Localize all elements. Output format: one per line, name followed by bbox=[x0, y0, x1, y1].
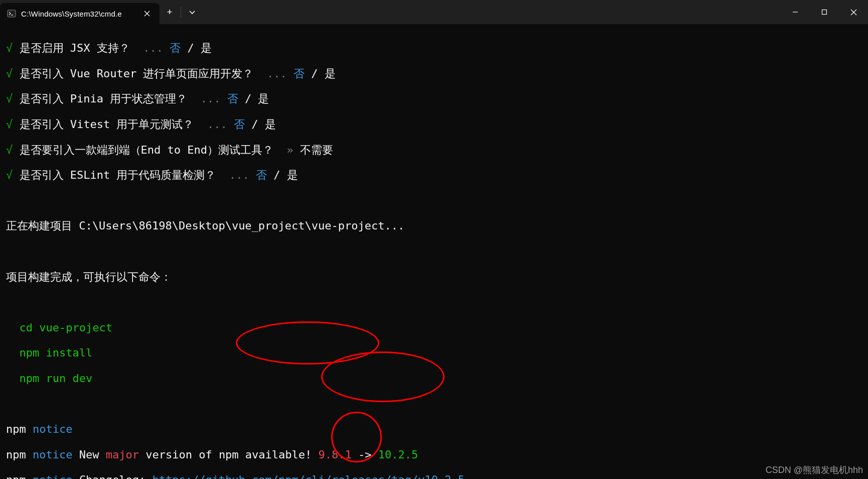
minimize-button[interactable] bbox=[781, 0, 810, 24]
suggested-cmd: npm run dev bbox=[6, 372, 862, 385]
check-icon: √ bbox=[6, 92, 13, 105]
npm-label: npm bbox=[6, 423, 26, 435]
answer-no: 否 bbox=[227, 92, 238, 105]
new-tab-button[interactable]: + bbox=[160, 0, 180, 24]
answer-no: 否 bbox=[170, 42, 181, 54]
svg-rect-5 bbox=[822, 10, 827, 15]
answer-yes: 是 bbox=[258, 92, 269, 105]
titlebar: C:\Windows\System32\cmd.e + bbox=[0, 0, 868, 24]
suggested-cmd: npm install bbox=[6, 346, 862, 359]
window-controls bbox=[781, 0, 868, 24]
answer-no: 否 bbox=[294, 67, 305, 80]
prompt-question: 是否启用 JSX 支持？ bbox=[20, 42, 130, 54]
tab-separator bbox=[181, 7, 181, 18]
changelog-url: https://github.com/npm/cli/releases/tag/… bbox=[152, 473, 465, 479]
answer-value: 不需要 bbox=[300, 144, 333, 156]
terminal-output[interactable]: √ 是否启用 JSX 支持？ ... 否 / 是 √ 是否引入 Vue Rout… bbox=[0, 24, 868, 479]
suggested-cmd: cd vue-project bbox=[6, 321, 862, 334]
maximize-button[interactable] bbox=[810, 0, 839, 24]
answer-no: 否 bbox=[256, 169, 267, 181]
answer-yes: 是 bbox=[325, 67, 336, 80]
prompt-question: 是否引入 Vitest 用于单元测试？ bbox=[20, 118, 194, 131]
answer-yes: 是 bbox=[201, 42, 212, 54]
svg-rect-0 bbox=[8, 10, 16, 17]
notice-label: notice bbox=[26, 423, 73, 435]
prompt-question: 是否引入 ESLint 用于代码质量检测？ bbox=[20, 169, 216, 181]
watermark: CSDN @熊猫发电机hhh bbox=[766, 464, 863, 476]
answer-no: 否 bbox=[234, 118, 245, 131]
check-icon: √ bbox=[6, 67, 13, 80]
prompt-dots bbox=[130, 42, 143, 54]
notice-major: major bbox=[106, 448, 139, 461]
cmd-icon bbox=[7, 9, 16, 18]
scaffold-done: 项目构建完成，可执行以下命令： bbox=[6, 271, 862, 283]
scaffold-building: 正在构建项目 C:\Users\86198\Desktop\vue_projec… bbox=[6, 219, 862, 232]
close-tab-button[interactable] bbox=[141, 8, 153, 19]
tab-title: C:\Windows\System32\cmd.e bbox=[21, 10, 122, 18]
answer-yes: 是 bbox=[287, 169, 298, 181]
answer-yes: 是 bbox=[265, 118, 276, 131]
close-window-button[interactable] bbox=[839, 0, 868, 24]
prompt-question: 是否引入 Vue Router 进行单页面应用开发？ bbox=[20, 67, 254, 80]
check-icon: √ bbox=[6, 42, 13, 54]
tab-dropdown-button[interactable] bbox=[182, 0, 202, 24]
tab-actions: + bbox=[160, 0, 202, 24]
npm-new-version: 10.2.5 bbox=[378, 448, 418, 461]
check-icon: √ bbox=[6, 169, 13, 181]
check-icon: √ bbox=[6, 118, 13, 131]
terminal-tab[interactable]: C:\Windows\System32\cmd.e bbox=[0, 3, 160, 24]
check-icon: √ bbox=[6, 144, 13, 156]
prompt-question: 是否要引入一款端到端（End to End）测试工具？ bbox=[20, 144, 273, 156]
prompt-question bbox=[13, 42, 19, 54]
npm-old-version: 9.8.1 bbox=[319, 448, 352, 461]
prompt-question: 是否引入 Pinia 用于状态管理？ bbox=[20, 92, 188, 105]
